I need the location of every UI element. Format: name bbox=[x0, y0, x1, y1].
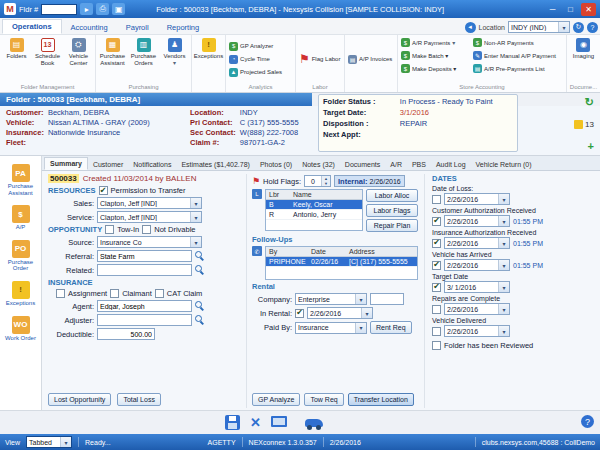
tow-in-checkbox[interactable] bbox=[105, 225, 114, 234]
tab-accounting[interactable]: Accounting bbox=[62, 21, 117, 34]
appointments-badge[interactable]: 13 bbox=[574, 120, 594, 129]
cat-claim-checkbox[interactable] bbox=[155, 289, 164, 298]
tab-notes[interactable]: Notes (32) bbox=[297, 159, 340, 170]
purchase-orders-button[interactable]: ▥Purchase Orders bbox=[128, 36, 159, 67]
not-drivable-checkbox[interactable] bbox=[142, 225, 151, 234]
sidebar-item-exceptions[interactable]: !Exceptions bbox=[1, 281, 41, 307]
tab-reporting[interactable]: Reporting bbox=[158, 21, 209, 34]
followups-grid[interactable]: By Date Address PRIPHONE 02/26/16 [C] (3… bbox=[265, 246, 418, 280]
enter-manual-ap-payment-button[interactable]: ✎Enter Manual A/P Payment bbox=[471, 49, 565, 62]
make-batch-button[interactable]: $Make Batch ▾ bbox=[399, 49, 471, 62]
adjuster-input[interactable] bbox=[97, 314, 192, 326]
vehicle-delivered-date-picker[interactable]: 2/26/2016 bbox=[444, 325, 510, 337]
screen-icon[interactable]: ▣ bbox=[112, 3, 125, 15]
cycle-time-button[interactable]: ◔Cycle Time bbox=[227, 53, 272, 66]
labor-row[interactable]: R Antonio, Jerry bbox=[266, 210, 362, 220]
vehicle-delivered-checkbox[interactable] bbox=[432, 327, 441, 336]
service-select[interactable]: Clapton, Jeff [IND] bbox=[97, 211, 202, 223]
referral-search-icon[interactable] bbox=[195, 251, 205, 261]
location-select[interactable]: INDY (IND) bbox=[508, 21, 570, 33]
customer-auth-date-picker[interactable]: 2/26/2016 bbox=[444, 215, 510, 227]
date-of-loss-checkbox[interactable] bbox=[432, 195, 441, 204]
tab-vehicle-return[interactable]: Vehicle Return (0) bbox=[471, 159, 537, 170]
agent-search-icon[interactable] bbox=[195, 301, 205, 311]
sidebar-item-purchase-assistant[interactable]: PAPurchase Assistant bbox=[1, 164, 41, 196]
deductible-input[interactable] bbox=[97, 328, 155, 340]
tab-audit-log[interactable]: Audit Log bbox=[431, 159, 471, 170]
insurance-auth-date-picker[interactable]: 2/26/2016 bbox=[444, 237, 510, 249]
vehicle-arrived-checkbox[interactable]: ✔ bbox=[432, 261, 441, 270]
flag-labor-button[interactable]: ⚑Flag Labor bbox=[297, 53, 342, 66]
sidebar-item-work-order[interactable]: WOWork Order bbox=[1, 316, 41, 342]
non-ar-payments-button[interactable]: $Non-AR Payments bbox=[471, 36, 565, 49]
go-icon[interactable]: ▸ bbox=[80, 3, 93, 15]
tab-summary[interactable]: Summary bbox=[44, 157, 88, 170]
tab-customer[interactable]: Customer bbox=[88, 159, 128, 170]
monitor-icon[interactable] bbox=[271, 416, 287, 427]
projected-sales-button[interactable]: ▲Projected Sales bbox=[227, 66, 284, 79]
schedule-book-button[interactable]: 13Schedule Book bbox=[32, 36, 63, 67]
tow-req-button[interactable]: Tow Req bbox=[304, 393, 343, 406]
view-mode-select[interactable]: Tabbed bbox=[26, 436, 72, 448]
followup-row[interactable]: PRIPHONE 02/26/16 [C] (317) 555-5555 bbox=[266, 257, 417, 267]
repair-plan-button[interactable]: Repair Plan bbox=[366, 219, 418, 232]
claimant-checkbox[interactable] bbox=[110, 289, 119, 298]
make-deposits-button[interactable]: $Make Deposits ▾ bbox=[399, 62, 471, 75]
hold-flags-stepper[interactable]: 0▲▼ bbox=[304, 175, 331, 187]
sidebar-item-purchase-order[interactable]: POPurchase Order bbox=[1, 240, 41, 272]
in-rental-checkbox[interactable]: ✔ bbox=[295, 309, 304, 318]
target-date-picker[interactable]: 3/ 1/2016 bbox=[444, 281, 510, 293]
date-of-loss-picker[interactable]: 2/26/2016 bbox=[444, 193, 510, 205]
refresh-icon[interactable]: ↻ bbox=[573, 22, 584, 33]
purchase-assistant-button[interactable]: ▦Purchase Assistant bbox=[97, 36, 128, 67]
imaging-button[interactable]: ◉Imaging bbox=[568, 36, 599, 60]
close-folder-icon[interactable]: ✕ bbox=[250, 415, 261, 430]
sidebar-item-ap[interactable]: $A/P bbox=[1, 205, 41, 231]
vehicle-arrived-date-picker[interactable]: 2/26/2016 bbox=[444, 259, 510, 271]
assignment-checkbox[interactable] bbox=[56, 289, 65, 298]
exceptions-button[interactable]: !Exceptions bbox=[193, 36, 224, 60]
ar-payments-button[interactable]: $A/R Payments bbox=[399, 36, 471, 49]
insurance-auth-checkbox[interactable]: ✔ bbox=[432, 239, 441, 248]
in-rental-date-picker[interactable]: 2/26/2016 bbox=[307, 307, 373, 319]
save-icon[interactable] bbox=[225, 415, 240, 430]
labor-alloc-button[interactable]: Labor Alloc bbox=[366, 189, 418, 202]
company-select[interactable]: Enterprise bbox=[295, 293, 367, 305]
lost-opportunity-button[interactable]: Lost Opportunity bbox=[48, 393, 111, 406]
labor-flags-button[interactable]: Labor Flags bbox=[366, 204, 418, 217]
tab-operations[interactable]: Operations bbox=[2, 19, 62, 34]
folders-button[interactable]: ▤Folders bbox=[1, 36, 32, 60]
refresh-status-icon[interactable]: ↻ bbox=[585, 96, 594, 109]
adjuster-search-icon[interactable] bbox=[195, 315, 205, 325]
rent-req-button[interactable]: Rent Req bbox=[370, 321, 412, 334]
fldr-number-input[interactable] bbox=[41, 4, 77, 15]
related-input[interactable] bbox=[97, 264, 192, 276]
nav-back-icon[interactable]: ◂ bbox=[465, 22, 476, 33]
repairs-complete-date-picker[interactable]: 2/26/2016 bbox=[444, 303, 510, 315]
tab-payroll[interactable]: Payroll bbox=[117, 21, 158, 34]
add-icon[interactable]: + bbox=[588, 140, 594, 152]
tab-notifications[interactable]: Notifications bbox=[128, 159, 176, 170]
labor-row[interactable]: B Keely, Oscar bbox=[266, 200, 362, 210]
tab-ar[interactable]: A/R bbox=[385, 159, 407, 170]
gp-analyzer-button[interactable]: $GP Analyzer bbox=[227, 40, 275, 53]
paid-by-select[interactable]: Insurance bbox=[295, 322, 367, 334]
ar-pre-payments-list-button[interactable]: ▤A/R Pre-Payments List bbox=[471, 62, 565, 75]
vehicle-center-button[interactable]: ⛭Vehicle Center bbox=[63, 36, 94, 67]
gp-analyze-button[interactable]: GP Analyze bbox=[252, 393, 300, 406]
tab-estimates[interactable]: Estimates ($1,402.78) bbox=[176, 159, 254, 170]
minimize-button[interactable]: ─ bbox=[545, 3, 560, 16]
help-circle-icon[interactable]: ? bbox=[581, 415, 594, 428]
repairs-complete-checkbox[interactable] bbox=[432, 305, 441, 314]
referral-input[interactable] bbox=[97, 250, 192, 262]
company-extra-input[interactable] bbox=[370, 293, 404, 305]
tab-photos[interactable]: Photos (0) bbox=[255, 159, 297, 170]
sales-select[interactable]: Clapton, Jeff [IND] bbox=[97, 197, 202, 209]
vendors-button[interactable]: ♟Vendors bbox=[159, 36, 190, 67]
tab-pbs[interactable]: PBS bbox=[407, 159, 431, 170]
agent-input[interactable] bbox=[97, 300, 192, 312]
permission-to-transfer-checkbox[interactable]: ✔ bbox=[99, 186, 108, 195]
labor-grid[interactable]: Lbr Name B Keely, Oscar R Antonio, Jerry bbox=[265, 189, 363, 231]
help-icon[interactable]: ? bbox=[587, 22, 598, 33]
folder-reviewed-checkbox[interactable] bbox=[432, 341, 441, 350]
